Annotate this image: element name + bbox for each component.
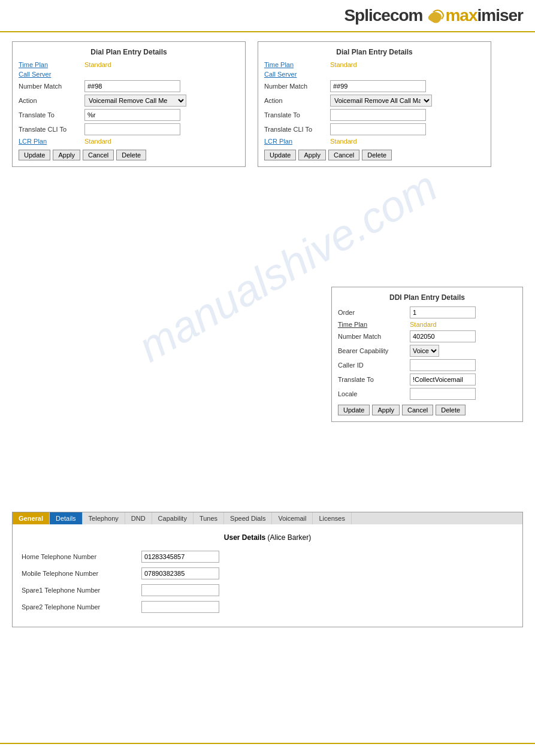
update-btn-left[interactable]: Update <box>19 150 50 160</box>
mobile-tel-input[interactable] <box>141 567 219 579</box>
ddi-number-match-row: Number Match <box>338 330 516 342</box>
apply-btn-left[interactable]: Apply <box>53 150 80 160</box>
btn-row-right: Update Apply Cancel Delete <box>264 150 485 160</box>
lcr-plan-label-right[interactable]: LCR Plan <box>264 138 330 145</box>
tab-telephony[interactable]: Telephony <box>83 512 125 524</box>
time-plan-value-right: Standard <box>330 61 357 68</box>
number-match-label-right: Number Match <box>264 83 330 90</box>
tab-capability[interactable]: Capability <box>152 512 194 524</box>
spare1-tel-label: Spare1 Telephone Number <box>22 587 141 594</box>
time-plan-value-left: Standard <box>84 61 111 68</box>
number-match-row-left: Number Match <box>19 80 239 92</box>
translate-cli-input-right[interactable] <box>330 123 426 135</box>
lcr-plan-value-left: Standard <box>84 138 111 145</box>
header: Splicecommaximiser <box>0 0 535 32</box>
cancel-btn-right[interactable]: Cancel <box>328 150 359 160</box>
translate-cli-label-left: Translate CLI To <box>19 126 84 133</box>
ddi-bearer-cap-label: Bearer Capability <box>338 347 410 354</box>
tab-dnd[interactable]: DND <box>125 512 152 524</box>
number-match-label-left: Number Match <box>19 83 84 90</box>
update-btn-right[interactable]: Update <box>264 150 296 160</box>
time-plan-row-right: Time Plan Standard <box>264 61 485 68</box>
ddi-number-match-label: Number Match <box>338 333 410 340</box>
dial-panel-left: Dial Plan Entry Details Time Plan Standa… <box>12 41 246 167</box>
ddi-number-match-input[interactable] <box>410 330 476 342</box>
translate-cli-label-right: Translate CLI To <box>264 126 330 133</box>
tab-bar: General Details Telephony DND Capability… <box>13 512 522 524</box>
ddi-caller-id-row: Caller ID <box>338 359 516 371</box>
ddi-translate-to-input[interactable] <box>410 374 476 385</box>
translate-to-input-left[interactable] <box>84 109 180 121</box>
dial-panel-left-title: Dial Plan Entry Details <box>19 48 239 56</box>
number-match-input-left[interactable] <box>84 80 180 92</box>
number-match-row-right: Number Match <box>264 80 485 92</box>
ddi-update-btn[interactable]: Update <box>338 405 370 415</box>
dial-panel-right-title: Dial Plan Entry Details <box>264 48 485 56</box>
number-match-input-right[interactable] <box>330 80 426 92</box>
ddi-panel: DDI Plan Entry Details Order Time Plan S… <box>331 287 523 422</box>
home-tel-row: Home Telephone Number <box>22 551 513 563</box>
action-select-left[interactable]: Voicemail Remove Call Me <box>84 95 186 107</box>
ddi-translate-to-label: Translate To <box>338 376 410 383</box>
logo-splice: Splice <box>344 6 389 25</box>
ddi-caller-id-input[interactable] <box>410 359 476 371</box>
translate-to-label-right: Translate To <box>264 111 330 119</box>
ddi-locale-row: Locale <box>338 388 516 400</box>
translate-to-label-left: Translate To <box>19 111 84 119</box>
ddi-translate-to-row: Translate To <box>338 374 516 385</box>
ddi-order-input[interactable] <box>410 306 476 318</box>
spare1-tel-input[interactable] <box>141 584 219 596</box>
cancel-btn-left[interactable]: Cancel <box>83 150 114 160</box>
call-server-row-right: Call Server <box>264 71 485 78</box>
spacer-1 <box>12 167 523 287</box>
dial-plan-panels: Dial Plan Entry Details Time Plan Standa… <box>12 41 523 167</box>
ddi-caller-id-label: Caller ID <box>338 362 410 369</box>
translate-to-row-right: Translate To <box>264 109 485 121</box>
footer-line <box>0 743 535 744</box>
translate-to-input-right[interactable] <box>330 109 426 121</box>
tab-licenses[interactable]: Licenses <box>313 512 351 524</box>
time-plan-label-right[interactable]: Time Plan <box>264 61 330 68</box>
spare2-tel-label: Spare2 Telephone Number <box>22 603 141 611</box>
lcr-plan-row-right: LCR Plan Standard <box>264 138 485 145</box>
spare2-tel-input[interactable] <box>141 601 219 613</box>
translate-cli-input-left[interactable] <box>84 123 180 135</box>
ddi-bearer-cap-select[interactable]: Voice <box>410 345 439 357</box>
tab-speed-dials[interactable]: Speed Dials <box>224 512 272 524</box>
tab-tunes[interactable]: Tunes <box>194 512 224 524</box>
lcr-plan-value-right: Standard <box>330 138 357 145</box>
time-plan-row-left: Time Plan Standard <box>19 61 239 68</box>
apply-btn-right[interactable]: Apply <box>298 150 326 160</box>
ddi-apply-btn[interactable]: Apply <box>372 405 400 415</box>
mobile-tel-label: Mobile Telephone Number <box>22 570 141 577</box>
tab-general[interactable]: General <box>13 512 50 524</box>
action-row-right: Action Voicemail Remove All Call Ma <box>264 95 485 107</box>
tab-details[interactable]: Details <box>50 512 83 524</box>
mobile-tel-row: Mobile Telephone Number <box>22 567 513 579</box>
ddi-section: DDI Plan Entry Details Order Time Plan S… <box>12 287 523 422</box>
user-details-title: User Details (Alice Barker) <box>22 533 513 542</box>
call-server-label-left[interactable]: Call Server <box>19 71 84 78</box>
spare1-tel-row: Spare1 Telephone Number <box>22 584 513 596</box>
translate-cli-row-left: Translate CLI To <box>19 123 239 135</box>
ddi-locale-input[interactable] <box>410 388 476 400</box>
action-label-left: Action <box>19 97 84 104</box>
delete-btn-left[interactable]: Delete <box>116 150 146 160</box>
call-server-label-right[interactable]: Call Server <box>264 71 330 78</box>
ddi-time-plan-label[interactable]: Time Plan <box>338 321 410 328</box>
home-tel-input[interactable] <box>141 551 219 563</box>
ddi-delete-btn[interactable]: Delete <box>436 405 466 415</box>
action-select-right[interactable]: Voicemail Remove All Call Ma <box>330 95 432 107</box>
ddi-time-plan-value: Standard <box>410 321 437 328</box>
ddi-cancel-btn[interactable]: Cancel <box>402 405 433 415</box>
dial-panel-right: Dial Plan Entry Details Time Plan Standa… <box>258 41 491 167</box>
translate-cli-row-right: Translate CLI To <box>264 123 485 135</box>
spacer-2 <box>12 440 523 500</box>
tab-voicemail[interactable]: Voicemail <box>272 512 313 524</box>
logo: Splicecommaximiser <box>344 6 523 25</box>
time-plan-label-left[interactable]: Time Plan <box>19 61 84 68</box>
ddi-bearer-cap-row: Bearer Capability Voice <box>338 345 516 357</box>
delete-btn-right[interactable]: Delete <box>362 150 392 160</box>
user-details-content: User Details (Alice Barker) Home Telepho… <box>13 524 522 627</box>
lcr-plan-label-left[interactable]: LCR Plan <box>19 138 84 145</box>
